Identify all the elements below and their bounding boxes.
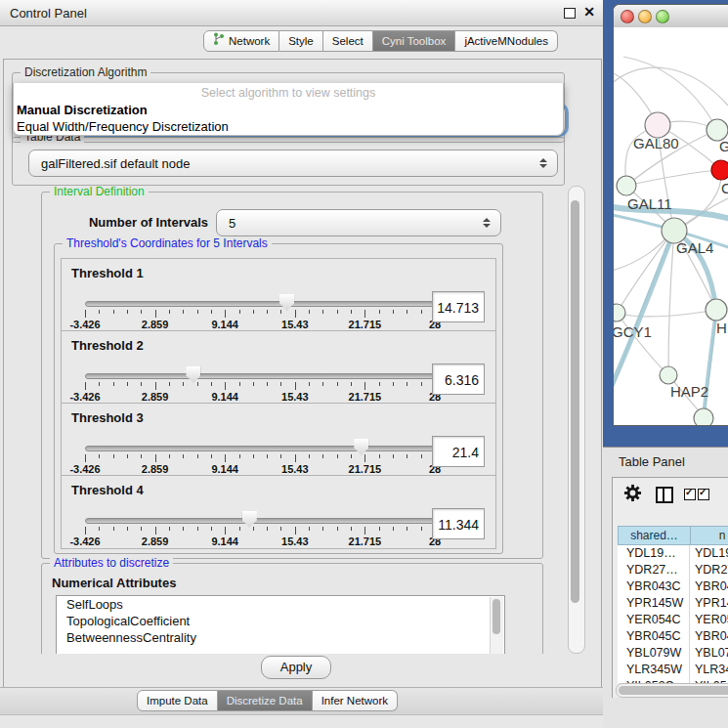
float-window-icon[interactable] <box>564 8 576 19</box>
tab-label: jActiveMNodules <box>464 31 548 51</box>
table-panel-title: Table Panel <box>619 454 685 469</box>
threshold-label: Threshold 3 <box>71 410 144 425</box>
tab-discretize-data[interactable]: Discretize Data <box>218 690 313 711</box>
group-title: Interval Definition <box>50 186 149 198</box>
network-node-hap2[interactable] <box>660 366 677 384</box>
list-scrollbar[interactable] <box>490 597 503 654</box>
table-row[interactable]: YBL079WYBL07 <box>618 645 728 662</box>
network-graph: GAL80 GA C GAL11 GAL4 GCY1 H HAP2 <box>614 27 728 425</box>
threshold-label: Threshold 1 <box>71 266 144 280</box>
tab-cyni-toolbox[interactable]: Cyni Toolbox <box>373 30 456 52</box>
node-label-gal11: GAL11 <box>627 195 672 212</box>
table-body: YDL19…YDL19YDR27…YDR27YBR043CYBR04YPR145… <box>618 545 728 683</box>
slider-thumb[interactable] <box>242 511 257 528</box>
threshold-4-value[interactable]: 11.344 <box>432 508 485 539</box>
dropdown-prompt-item[interactable]: Select algorithm to view settings <box>14 83 563 102</box>
node-label-partial-top: GA <box>719 138 728 154</box>
settings-scroll-viewport: Interval Definition Number of Intervals … <box>8 186 586 654</box>
threshold-1-panel: Threshold 1 -3.4262.8599.14415.4321.7152… <box>61 258 496 332</box>
split-columns-icon[interactable] <box>656 487 673 503</box>
threshold-label: Threshold 2 <box>71 338 144 353</box>
apply-button[interactable]: Apply <box>261 656 331 679</box>
network-view-window: GAL80 GA C GAL11 GAL4 GCY1 H HAP2 <box>613 4 728 426</box>
tab-network[interactable]: Network <box>203 30 279 52</box>
slider-thumb[interactable] <box>186 366 200 383</box>
threshold-1-value[interactable]: 14.713 <box>432 291 485 322</box>
network-canvas[interactable]: GAL80 GA C GAL11 GAL4 GCY1 H HAP2 <box>614 27 728 425</box>
threshold-2-slider[interactable] <box>85 373 437 379</box>
dropdown-item-equal-width[interactable]: Equal Width/Frequency Discretization <box>14 118 563 135</box>
group-title: Attributes to discretize <box>50 556 173 570</box>
threshold-2-value[interactable]: 6.316 <box>432 364 485 395</box>
table-row[interactable]: YBR045CYBR04 <box>618 628 728 645</box>
top-tab-bar: Network Style Select Cyni Toolbox jActiv… <box>203 30 558 52</box>
tab-label: Style <box>288 31 314 51</box>
below-table-area <box>603 698 728 728</box>
bottom-tab-bar: Impute Data Discretize Data Infer Networ… <box>137 690 398 711</box>
tab-label: Infer Network <box>321 691 388 710</box>
dropdown-item-manual-discretization[interactable]: Manual Discretization <box>14 102 563 118</box>
tab-impute-data[interactable]: Impute Data <box>137 690 218 711</box>
table-row[interactable]: YBR043CYBR04 <box>618 578 728 595</box>
table-row[interactable]: YLR345WYLR34 <box>618 662 728 678</box>
network-window-titlebar <box>614 5 728 28</box>
slider-scale-labels: -3.4262.8599.14415.4321.71528 <box>85 319 435 330</box>
threshold-4-slider[interactable] <box>85 518 437 524</box>
network-node-gal11[interactable] <box>617 176 636 195</box>
node-label-gcy1: GCY1 <box>614 323 652 340</box>
zoom-traffic-light[interactable] <box>656 10 669 23</box>
tab-jactivemnodules[interactable]: jActiveMNodules <box>455 30 558 52</box>
table-data-combo[interactable]: galFiltered.sif default node <box>28 150 558 177</box>
table-panel-header: Table Panel <box>603 447 728 477</box>
table-row[interactable]: YDR27…YDR27 <box>618 562 728 578</box>
threshold-2-panel: Threshold 2 -3.4262.8599.14415.4321.7152… <box>61 330 496 405</box>
table-row[interactable]: YPR145WYPR14 <box>618 595 728 612</box>
threshold-1-slider[interactable] <box>85 301 437 307</box>
network-node-selected-red[interactable] <box>711 160 728 180</box>
threshold-3-panel: Threshold 3 -3.4262.8599.14415.4321.7152… <box>61 403 496 477</box>
checkbox-icon[interactable] <box>698 489 709 500</box>
node-label-gal4: GAL4 <box>676 239 713 256</box>
node-label-partial-right: H <box>716 320 727 336</box>
tab-infer-network[interactable]: Infer Network <box>313 690 398 711</box>
list-item[interactable]: SelfLoops <box>57 596 504 613</box>
slider-scale-labels: -3.4262.8599.14415.4321.71528 <box>85 535 435 547</box>
table-header-row: shared… n <box>618 526 728 545</box>
slider-thumb[interactable] <box>354 439 368 455</box>
checkbox-icon[interactable] <box>684 489 696 500</box>
threshold-3-slider[interactable] <box>85 446 437 451</box>
table-row[interactable]: YDL19…YDL19 <box>618 545 728 562</box>
gear-icon[interactable] <box>623 484 642 506</box>
list-item[interactable]: BetweennessCentrality <box>57 629 504 646</box>
tab-style[interactable]: Style <box>279 30 323 52</box>
thresholds-group: Threshold's Coordinates for 5 Intervals … <box>54 243 503 554</box>
numerical-attributes-list[interactable]: SelfLoopsTopologicalCoefficientBetweenne… <box>56 595 505 654</box>
table-h-scrollbar[interactable] <box>616 683 728 698</box>
network-node-bottom[interactable] <box>694 408 713 425</box>
tab-select[interactable]: Select <box>323 30 373 52</box>
network-node-right[interactable] <box>706 299 727 321</box>
algorithm-dropdown-popup: Select algorithm to view settings Manual… <box>13 83 564 136</box>
group-title: Discretization Algorithm <box>21 65 150 79</box>
settings-scrollbar[interactable] <box>568 186 585 654</box>
table-data-group: Table Data galFiltered.sif default node <box>12 137 565 186</box>
close-traffic-light[interactable] <box>621 10 634 23</box>
node-label-partial-red: C <box>721 180 728 196</box>
threshold-3-value[interactable]: 21.4 <box>432 436 485 467</box>
numerical-attributes-heading: Numerical Attributes <box>52 576 176 590</box>
network-node-gcy1[interactable] <box>614 304 625 321</box>
tab-label: Discretize Data <box>227 691 303 710</box>
close-icon[interactable]: ✕ <box>583 4 595 20</box>
list-item[interactable]: TopologicalCoefficient <box>57 613 504 629</box>
column-header-name[interactable]: n <box>690 526 728 545</box>
network-icon <box>213 31 225 51</box>
attributes-group: Attributes to discretize Numerical Attri… <box>41 563 543 654</box>
column-header-shared-name[interactable]: shared… <box>618 526 690 545</box>
cyni-toolbox-panel: Discretization Algorithm Select algorith… <box>3 59 602 689</box>
number-of-intervals-combo[interactable]: 5 <box>216 209 501 236</box>
node-label-hap2: HAP2 <box>670 383 708 400</box>
slider-thumb[interactable] <box>279 294 294 311</box>
table-row[interactable]: YER054CYER05 <box>618 612 728 628</box>
screenshot-root: Control Panel ✕ Network Style Select Cyn… <box>0 0 728 728</box>
minimize-traffic-light[interactable] <box>638 10 652 23</box>
